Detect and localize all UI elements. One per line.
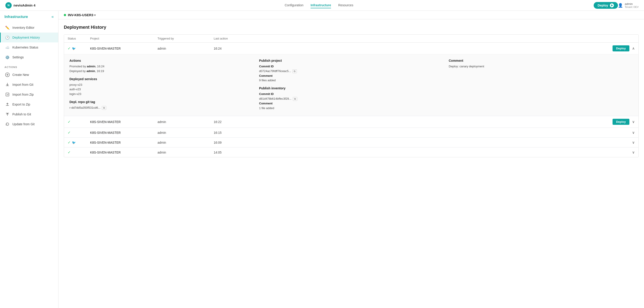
git-tag-row: r-dd7dd5a350f531cd6... ⧉ bbox=[70, 105, 254, 110]
status-cell: ✓ 🐦 bbox=[68, 46, 90, 50]
col-triggered: Triggered by bbox=[158, 37, 214, 40]
row-collapse-button[interactable]: ∧ bbox=[632, 46, 635, 50]
row-actions: Deploy ∨ bbox=[259, 119, 635, 125]
service-auth: auth-v23 bbox=[70, 87, 254, 92]
action-update-git[interactable]: Update from Git bbox=[0, 119, 58, 129]
deploy-button[interactable]: Deploy bbox=[594, 2, 618, 9]
table-row-main[interactable]: ✓ K8S-SIVEN-MASTER admin 16:22 Deploy ∨ bbox=[64, 116, 638, 127]
table-row-main[interactable]: ✓ K8S-SIVEN-MASTER admin 14:05 ∨ bbox=[64, 147, 638, 157]
sidebar-nav: ✏️ Inventory Editor 🕐 Deployment History… bbox=[0, 23, 58, 62]
publish-comment-label: Comment bbox=[259, 74, 443, 78]
twitter-bird-icon: 🐦 bbox=[72, 47, 76, 50]
sidebar-header: Infrastructure « bbox=[0, 11, 58, 23]
row-expand-button[interactable]: ∨ bbox=[632, 120, 635, 124]
publish-comment: 9 files added bbox=[259, 78, 443, 83]
action-publish-git[interactable]: Publish to Git bbox=[0, 109, 58, 119]
sidebar-item-inventory-editor[interactable]: ✏️ Inventory Editor bbox=[0, 23, 58, 32]
sidebar: Infrastructure « ✏️ Inventory Editor 🕐 D… bbox=[0, 11, 58, 308]
table-row-main[interactable]: ✓ K8S-SIVEN-MASTER admin 16:15 ∨ bbox=[64, 128, 638, 137]
check-icon: ✓ bbox=[68, 46, 70, 50]
nav-infrastructure[interactable]: Infrastructure bbox=[310, 2, 331, 8]
table-row-main[interactable]: ✓ 🐦 K8S-SIVEN-MASTER admin 16:24 Deploy … bbox=[64, 43, 638, 54]
main-content: INV-K8S-USER3 ▾ Deployment History Statu… bbox=[58, 11, 644, 308]
nav-links: Configuration Infrastructure Resources bbox=[44, 2, 594, 8]
user-name: admin bbox=[625, 2, 638, 5]
git-tag-value: r-dd7dd5a350f531cd6... bbox=[70, 105, 100, 110]
inv-commit-label: Commit ID bbox=[259, 92, 443, 96]
play-icon bbox=[610, 3, 614, 7]
project-name: K8S-SIVEN-MASTER bbox=[90, 151, 158, 154]
check-icon: ✓ bbox=[68, 130, 70, 135]
row-expand-button[interactable]: ∨ bbox=[632, 150, 635, 154]
action-label: Publish to Git bbox=[12, 112, 31, 116]
publish-commit-id: d0724ac79fdff76ceac5... bbox=[259, 69, 291, 74]
action-import-zip[interactable]: Import from Zip bbox=[0, 90, 58, 99]
sidebar-item-label: Inventory Editor bbox=[12, 26, 34, 29]
action-import-git[interactable]: Import from Git bbox=[0, 80, 58, 90]
collapse-button[interactable]: « bbox=[52, 14, 54, 19]
inventory-dropdown-button[interactable]: ▾ bbox=[94, 13, 96, 17]
svg-rect-3 bbox=[6, 93, 9, 96]
inv-commit-copy[interactable]: ⧉ bbox=[293, 97, 297, 101]
triggered-by: admin bbox=[158, 47, 214, 50]
sidebar-item-settings[interactable]: ⚙️ Settings bbox=[0, 52, 58, 62]
status-cell: ✓ bbox=[68, 130, 90, 135]
inv-comment: 1 file added bbox=[259, 106, 443, 111]
publish-commit-copy[interactable]: ⧉ bbox=[292, 69, 297, 73]
page-content: Deployment History Status Project Trigge… bbox=[58, 19, 644, 308]
zip-import-icon bbox=[5, 92, 10, 97]
row-expand-button[interactable]: ∨ bbox=[632, 130, 635, 135]
triggered-by: admin bbox=[158, 141, 214, 144]
row-deploy-button[interactable]: Deploy bbox=[612, 119, 630, 125]
check-icon: ✓ bbox=[68, 120, 70, 124]
deployed-services-title: Deployed services bbox=[70, 77, 254, 81]
page-title: Deployment History bbox=[64, 25, 638, 30]
row-expand-button[interactable]: ∨ bbox=[632, 140, 635, 145]
actions-section-label: ACTIONS bbox=[0, 62, 58, 70]
refresh-icon bbox=[5, 122, 10, 126]
clock-icon: 🕐 bbox=[5, 35, 10, 40]
row-actions: ∨ bbox=[259, 140, 635, 145]
gear-icon: ⚙️ bbox=[5, 55, 10, 59]
triggered-by: admin bbox=[158, 151, 214, 154]
table-row: ✓ K8S-SIVEN-MASTER admin 14:05 ∨ bbox=[64, 147, 638, 157]
inv-commit-row: d81d478b614bffec3f29... ⧉ bbox=[259, 96, 443, 101]
sidebar-item-kubernetes-status[interactable]: ☁️ Kubernetes Status bbox=[0, 42, 58, 52]
sidebar-item-deployment-history[interactable]: 🕐 Deployment History bbox=[0, 32, 58, 42]
nav-resources[interactable]: Resources bbox=[338, 2, 353, 8]
git-tag-copy-button[interactable]: ⧉ bbox=[102, 106, 106, 110]
plus-circle-icon bbox=[5, 72, 10, 77]
sidebar-item-label: Settings bbox=[12, 55, 24, 59]
action-export-zip[interactable]: Export to Zip bbox=[0, 99, 58, 109]
cloud-icon: ☁️ bbox=[5, 45, 10, 50]
triggered-by: admin bbox=[158, 120, 214, 124]
row-deploy-button[interactable]: Deploy bbox=[612, 45, 630, 51]
row-actions: Deploy ∧ bbox=[259, 45, 635, 51]
tenant-label: Tenant: DEV bbox=[625, 5, 638, 8]
table-row-main[interactable]: ✓ 🐦 K8S-SIVEN-MASTER admin 16:09 ∨ bbox=[64, 138, 638, 147]
action-label: Update from Git bbox=[12, 122, 34, 126]
action-label: Import from Zip bbox=[12, 93, 34, 96]
check-icon: ✓ bbox=[68, 140, 70, 145]
git-tag-title: Depl. repo git tag bbox=[70, 100, 254, 104]
last-action: 14:05 bbox=[214, 151, 259, 154]
action-create-new[interactable]: Create New bbox=[0, 70, 58, 80]
expand-deployed: Deployed by admin, 16:19 bbox=[70, 69, 254, 74]
expand-git-tag: Depl. repo git tag r-dd7dd5a350f531cd6..… bbox=[70, 100, 254, 110]
app-name: nevisAdmin 4 bbox=[14, 3, 36, 7]
publish-inv-title: Publish inventory bbox=[259, 86, 443, 90]
table-row-expanded: Actions Promoted by admin, 16:24 Deploye… bbox=[64, 54, 638, 116]
table-row: ✓ K8S-SIVEN-MASTER admin 16:22 Deploy ∨ bbox=[64, 116, 638, 128]
table-row: ✓ 🐦 K8S-SIVEN-MASTER admin 16:24 Deploy … bbox=[64, 43, 638, 116]
expand-actions-col: Actions Promoted by admin, 16:24 Deploye… bbox=[70, 59, 254, 110]
user-info: 👤 admin Tenant: DEV bbox=[618, 2, 638, 8]
action-label: Create New bbox=[12, 73, 29, 76]
comment-text: Deploy: canary deployment bbox=[449, 64, 633, 69]
nav-configuration[interactable]: Configuration bbox=[285, 2, 303, 8]
project-name: K8S-SIVEN-MASTER bbox=[90, 120, 158, 124]
row-actions: ∨ bbox=[259, 130, 635, 135]
inventory-status-dot bbox=[64, 14, 66, 16]
publish-git-icon bbox=[5, 112, 10, 116]
status-cell: ✓ bbox=[68, 120, 90, 124]
inventory-name: INV-K8S-USER3 bbox=[68, 13, 93, 17]
